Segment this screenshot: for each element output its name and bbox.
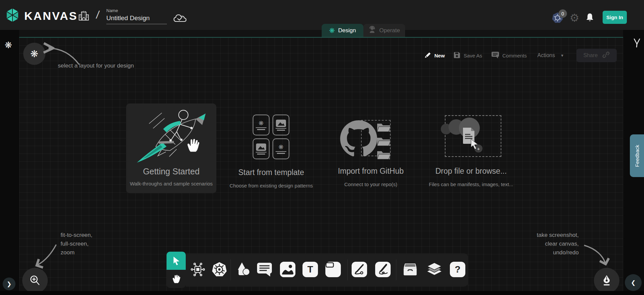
pan-tool[interactable] bbox=[167, 270, 186, 288]
card-title: Getting Started bbox=[126, 167, 216, 176]
hand-icon bbox=[172, 274, 181, 284]
new-label: New bbox=[434, 53, 445, 58]
breadcrumb-separator: / bbox=[95, 9, 100, 21]
headset-icon bbox=[368, 26, 376, 35]
image-tool[interactable] bbox=[280, 262, 295, 277]
save-as-label: Save As bbox=[464, 53, 482, 58]
select-tool-group bbox=[167, 252, 186, 288]
hint-arrow-zoom bbox=[32, 243, 62, 269]
floppy-icon bbox=[453, 51, 461, 60]
rocket-illustration bbox=[130, 106, 214, 167]
tab-design[interactable]: ❋ Design bbox=[322, 24, 363, 37]
gear-icon[interactable]: ⚙ bbox=[570, 11, 579, 24]
name-field-label: Name bbox=[106, 8, 167, 13]
logo[interactable]: KANVAS bbox=[5, 7, 78, 24]
spiral-icon[interactable]: ❋ bbox=[5, 40, 12, 50]
sign-in-button[interactable]: Sign In bbox=[603, 11, 627, 24]
card-title[interactable]: Import from GitHub bbox=[326, 167, 416, 176]
pencil-tool[interactable] bbox=[375, 262, 391, 277]
comment-tool[interactable] bbox=[257, 262, 272, 277]
spiral-icon: ❋ bbox=[278, 144, 283, 150]
help-tool[interactable]: ? bbox=[450, 262, 465, 277]
layout-hint-text: select a layout for your design bbox=[58, 62, 134, 69]
card-title[interactable]: Drop file or browse... bbox=[426, 167, 516, 176]
spiral-icon: ❋ bbox=[258, 120, 263, 126]
tab-design-label: Design bbox=[338, 27, 356, 34]
notification-count-badge: 0 bbox=[559, 9, 567, 18]
hint-line: zoom bbox=[61, 249, 75, 256]
arrow-cursor-icon bbox=[470, 138, 480, 150]
relationships-y-icon[interactable] bbox=[633, 38, 641, 49]
bottom-edge bbox=[0, 291, 644, 295]
comments-label: Comments bbox=[502, 53, 527, 58]
components-drawer-tool[interactable] bbox=[402, 262, 418, 277]
hint-line: undo/redo bbox=[511, 249, 579, 256]
template-tile bbox=[253, 138, 270, 159]
left-sidebar: ❋ ❯ bbox=[0, 30, 19, 295]
flowchart-tool[interactable] bbox=[190, 262, 206, 277]
shapes-tool[interactable] bbox=[235, 262, 251, 277]
cursor-arrow-icon bbox=[172, 256, 181, 265]
github-icon[interactable] bbox=[340, 120, 377, 157]
save-as-button[interactable]: Save As bbox=[453, 50, 482, 61]
folder-icon bbox=[377, 150, 391, 161]
template-tile: ❋ bbox=[253, 115, 270, 135]
pencil-icon bbox=[424, 51, 431, 60]
tab-operate[interactable]: Operate bbox=[363, 24, 405, 37]
share-label: Share bbox=[583, 52, 598, 58]
logo-wordmark: KANVAS bbox=[24, 9, 78, 23]
hint-arrow-pen bbox=[582, 243, 612, 269]
collapse-right-panel-button[interactable]: ❮ bbox=[625, 274, 642, 291]
folder-icon bbox=[377, 122, 391, 133]
expand-left-panel-button[interactable]: ❯ bbox=[3, 278, 15, 290]
hint-line: clear canvas, bbox=[511, 241, 579, 247]
comment-icon bbox=[491, 51, 499, 60]
link-icon bbox=[602, 51, 610, 60]
tab-operate-label: Operate bbox=[379, 27, 400, 34]
pen-tool[interactable] bbox=[352, 262, 367, 277]
card-subtitle: Choose from existing design patterns bbox=[223, 183, 319, 188]
layers-tool[interactable] bbox=[427, 262, 442, 277]
card-subtitle: Files can be manifests, images, text... bbox=[423, 181, 520, 187]
design-name-input[interactable] bbox=[106, 14, 167, 24]
hint-line: full-screen, bbox=[61, 241, 88, 247]
cloud-check-icon bbox=[173, 13, 187, 25]
feedback-label: Feedback bbox=[634, 145, 640, 167]
text-tool[interactable]: T bbox=[302, 262, 318, 277]
select-tool[interactable] bbox=[167, 252, 186, 270]
card-getting-started[interactable] bbox=[126, 103, 216, 193]
pen-nib-button[interactable] bbox=[594, 268, 619, 293]
design-name-field: Name bbox=[106, 8, 167, 24]
pen-nib-icon bbox=[601, 275, 612, 287]
card-title[interactable]: Start from template bbox=[226, 168, 316, 177]
card-subtitle: Connect to your repo(s) bbox=[329, 181, 413, 187]
building-icon[interactable] bbox=[78, 10, 90, 23]
card-start-from-template[interactable]: ❋ ❋ bbox=[253, 115, 289, 159]
kubernetes-tool[interactable] bbox=[212, 262, 227, 277]
note-tool[interactable] bbox=[325, 262, 341, 277]
zoom-button[interactable] bbox=[22, 268, 48, 293]
spiral-icon: ❋ bbox=[329, 27, 335, 35]
kanvas-app: KANVAS / Name bbox=[0, 0, 644, 295]
feedback-tab[interactable]: Feedback bbox=[630, 134, 644, 177]
template-tile: ❋ bbox=[273, 138, 289, 159]
folder-icon bbox=[377, 136, 391, 147]
template-tile bbox=[273, 115, 289, 135]
new-button[interactable]: New bbox=[424, 50, 445, 61]
bell-icon[interactable] bbox=[585, 13, 594, 24]
comments-button[interactable]: Comments bbox=[491, 50, 527, 61]
hexagon-logo-icon bbox=[5, 7, 20, 24]
hand-cursor-icon bbox=[186, 137, 201, 153]
actions-dropdown[interactable]: Actions ▼ bbox=[537, 50, 564, 61]
card-subtitle: Walk-throughs and sample scenarios bbox=[122, 181, 220, 186]
hint-line: take screenshot, bbox=[511, 232, 579, 239]
asterisk-layout-icon: ❋ bbox=[30, 48, 38, 59]
caret-down-icon: ▼ bbox=[560, 53, 564, 57]
actions-label: Actions bbox=[537, 52, 555, 58]
layout-picker-button[interactable]: ❋ bbox=[23, 43, 45, 65]
share-button[interactable]: Share bbox=[576, 49, 617, 62]
hint-line: fit-to-screen, bbox=[61, 232, 92, 239]
